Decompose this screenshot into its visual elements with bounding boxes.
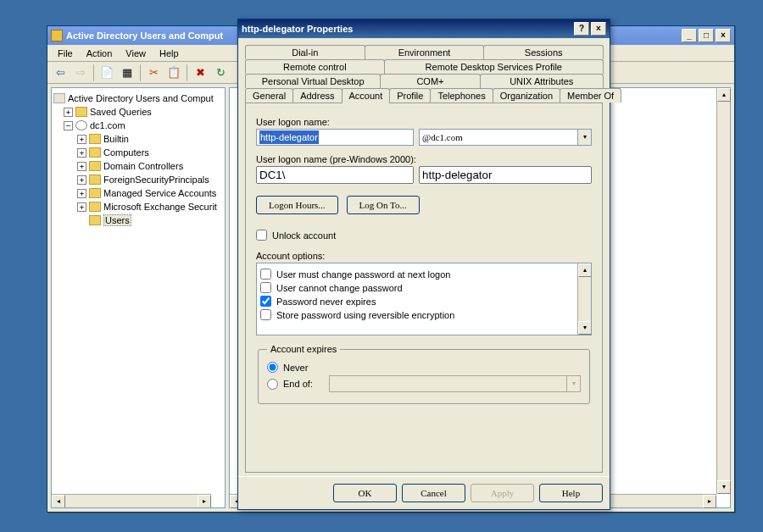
dialog-title: http-delegator Properties bbox=[242, 24, 353, 34]
tab-unix[interactable]: UNIX Attributes bbox=[480, 74, 604, 88]
option-reversible[interactable]: Store password using reversible encrypti… bbox=[260, 309, 588, 320]
tree-hscroll[interactable]: ◂ ▸ bbox=[52, 494, 211, 507]
tree-item[interactable]: + Domain Controllers bbox=[53, 159, 223, 173]
minimize-button[interactable]: _ bbox=[682, 29, 697, 42]
tree-item[interactable]: + Saved Queries bbox=[53, 105, 223, 119]
account-options-list[interactable]: User must change password at next logon … bbox=[256, 263, 592, 335]
cancel-button[interactable]: Cancel bbox=[402, 484, 465, 502]
refresh-icon[interactable]: ↻ bbox=[211, 64, 230, 82]
tab-remote-control[interactable]: Remote control bbox=[245, 59, 385, 74]
dialog-titlebar[interactable]: http-delegator Properties ? × bbox=[238, 19, 610, 38]
option-never-expires[interactable]: Password never expires bbox=[260, 296, 588, 307]
expand-icon[interactable]: + bbox=[77, 135, 86, 144]
account-options-label: Account options: bbox=[256, 251, 592, 261]
tab-telephones[interactable]: Telephones bbox=[430, 88, 493, 103]
tab-general[interactable]: General bbox=[245, 88, 293, 103]
scroll-right-icon[interactable]: ▸ bbox=[703, 495, 716, 508]
expires-date-picker: ▾ bbox=[329, 375, 581, 392]
maximize-button[interactable]: □ bbox=[699, 29, 714, 42]
logon-domain-combo[interactable]: @dc1.com ▾ bbox=[419, 129, 592, 146]
copy-icon[interactable]: 📋 bbox=[164, 64, 183, 82]
menu-view[interactable]: View bbox=[119, 47, 153, 60]
logon-hours-button[interactable]: Logon Hours... bbox=[256, 196, 338, 214]
expand-icon[interactable]: + bbox=[77, 148, 86, 158]
collapse-icon[interactable]: − bbox=[64, 121, 73, 130]
option-must-change[interactable]: User must change password at next logon bbox=[260, 269, 588, 280]
expand-icon[interactable]: + bbox=[77, 162, 86, 171]
tab-memberof[interactable]: Member Of bbox=[560, 88, 621, 103]
expand-icon[interactable]: + bbox=[64, 108, 73, 117]
tab-pvd[interactable]: Personal Virtual Desktop bbox=[245, 74, 381, 88]
logon-name-label: User logon name: bbox=[256, 117, 592, 127]
tab-sessions[interactable]: Sessions bbox=[483, 45, 604, 59]
close-button[interactable]: × bbox=[591, 22, 606, 36]
tree-item[interactable]: − dc1.com bbox=[53, 119, 223, 132]
tree-item[interactable]: + Microsoft Exchange Securit bbox=[53, 200, 223, 213]
tab-strip: Dial-in Environment Sessions Remote cont… bbox=[245, 45, 603, 103]
tree-root[interactable]: Active Directory Users and Comput bbox=[53, 91, 223, 105]
account-tab-content: User logon name: http-delegator @dc1.com… bbox=[245, 103, 603, 473]
tab-environment[interactable]: Environment bbox=[365, 45, 485, 59]
menu-action[interactable]: Action bbox=[80, 47, 120, 60]
logon-name-input[interactable]: http-delegator bbox=[256, 129, 414, 146]
expand-icon[interactable]: + bbox=[77, 189, 86, 198]
up-icon[interactable]: 📄 bbox=[97, 64, 116, 82]
tab-address[interactable]: Address bbox=[292, 88, 342, 103]
tab-organization[interactable]: Organization bbox=[493, 88, 560, 103]
dialog-button-row: OK Cancel Apply Help bbox=[238, 476, 610, 509]
pre2000-label: User logon name (pre-Windows 2000): bbox=[256, 154, 592, 164]
account-expires-legend: Account expires bbox=[267, 344, 340, 354]
main-title: Active Directory Users and Comput bbox=[66, 30, 223, 41]
tree-item[interactable]: + Computers bbox=[53, 146, 223, 159]
chevron-down-icon: ▾ bbox=[566, 376, 580, 391]
tab-rds-profile[interactable]: Remote Desktop Services Profile bbox=[384, 59, 604, 74]
chevron-down-icon[interactable]: ▾ bbox=[577, 130, 591, 145]
tree-item[interactable]: + Managed Service Accounts bbox=[53, 186, 223, 200]
help-button[interactable]: ? bbox=[574, 22, 589, 36]
scroll-up-icon[interactable]: ▴ bbox=[578, 263, 592, 277]
help-button[interactable]: Help bbox=[539, 484, 603, 502]
pre2000-domain-input[interactable] bbox=[256, 166, 414, 184]
tree-pane[interactable]: Active Directory Users and Comput + Save… bbox=[51, 87, 226, 508]
scroll-down-icon[interactable]: ▾ bbox=[578, 321, 592, 335]
ok-button[interactable]: OK bbox=[333, 484, 397, 502]
tab-profile[interactable]: Profile bbox=[389, 88, 431, 103]
list-vscroll[interactable]: ▴ ▾ bbox=[716, 88, 730, 494]
account-expires-group: Account expires Never End of: ▾ bbox=[258, 344, 590, 404]
tab-complus[interactable]: COM+ bbox=[380, 74, 480, 88]
expand-icon[interactable]: + bbox=[77, 202, 86, 212]
options-vscroll[interactable]: ▴ ▾ bbox=[577, 263, 591, 335]
option-cannot-change[interactable]: User cannot change password bbox=[260, 282, 588, 293]
app-icon bbox=[51, 30, 63, 42]
grid-icon[interactable]: ▦ bbox=[118, 64, 136, 82]
close-button[interactable]: × bbox=[716, 29, 731, 42]
scroll-left-icon[interactable]: ◂ bbox=[52, 495, 65, 508]
back-icon[interactable]: ⇦ bbox=[51, 64, 70, 82]
scroll-up-icon[interactable]: ▴ bbox=[717, 88, 731, 102]
scroll-down-icon[interactable]: ▾ bbox=[717, 480, 731, 494]
cut-icon[interactable]: ✂ bbox=[144, 64, 163, 82]
pre2000-user-input[interactable] bbox=[419, 166, 592, 184]
tree-item[interactable]: + Builtin bbox=[53, 132, 223, 146]
scroll-right-icon[interactable]: ▸ bbox=[198, 495, 211, 508]
tab-account[interactable]: Account bbox=[342, 88, 391, 103]
logon-to-button[interactable]: Log On To... bbox=[347, 196, 420, 214]
expires-endof-radio[interactable]: End of: ▾ bbox=[267, 375, 581, 392]
unlock-account-checkbox[interactable]: Unlock account bbox=[256, 230, 592, 241]
apply-button: Apply bbox=[471, 484, 534, 502]
menu-help[interactable]: Help bbox=[153, 47, 186, 60]
expires-never-radio[interactable]: Never bbox=[267, 362, 581, 373]
forward-icon: ⇨ bbox=[71, 64, 90, 82]
properties-dialog: http-delegator Properties ? × Dial-in En… bbox=[237, 19, 610, 510]
menu-file[interactable]: File bbox=[51, 47, 80, 60]
tree-item[interactable]: + ForeignSecurityPrincipals bbox=[53, 173, 223, 186]
tree-item-users[interactable]: Users bbox=[53, 213, 223, 227]
tab-dialin[interactable]: Dial-in bbox=[245, 45, 365, 59]
expand-icon[interactable]: + bbox=[77, 175, 86, 185]
delete-icon[interactable]: ✖ bbox=[191, 64, 209, 82]
